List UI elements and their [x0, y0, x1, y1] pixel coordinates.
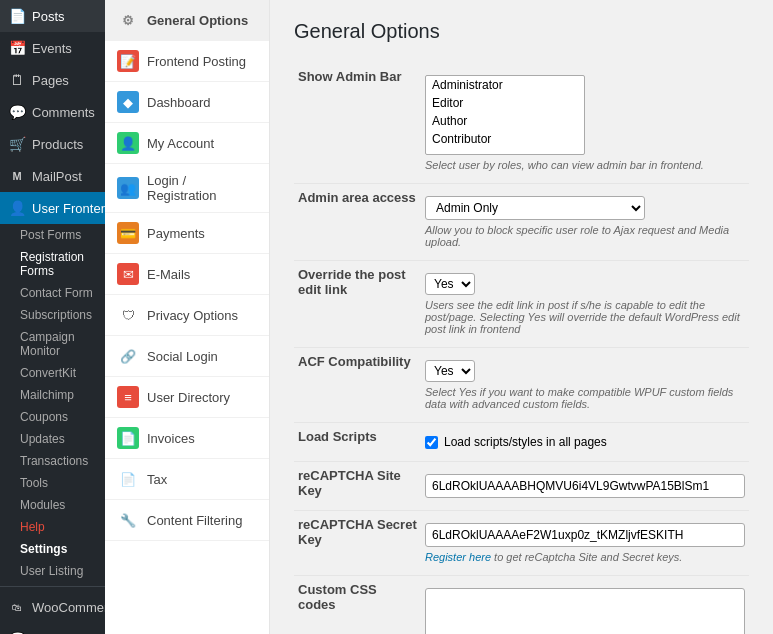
content-wrapper: ⚙ General Options 📝 Frontend Posting ◆ D…	[105, 0, 773, 634]
sidebar-sub-campaign-monitor[interactable]: Campaign Monitor	[0, 326, 105, 362]
settings-nav-emails[interactable]: ✉ E-Mails	[105, 254, 269, 295]
row-recaptcha-secret-key: reCAPTCHA Secret Key Register here to ge…	[294, 511, 749, 576]
social-login-icon: 🔗	[117, 345, 139, 367]
sidebar-sub-contact-form[interactable]: Contact Form	[0, 282, 105, 304]
row-override-post-edit: Override the post edit link Yes No Users…	[294, 261, 749, 348]
sidebar-item-comments2[interactable]: 💬 Comments	[0, 623, 105, 634]
sidebar-sub-transactions[interactable]: Transactions	[0, 450, 105, 472]
settings-nav-label-privacy: Privacy Options	[147, 308, 238, 323]
settings-nav-label-login: Login / Registration	[147, 173, 257, 203]
override-post-select[interactable]: Yes No	[425, 273, 475, 295]
control-override-post-edit: Yes No Users see the edit link in post i…	[421, 261, 749, 348]
recaptcha-secret-input[interactable]	[425, 523, 745, 547]
load-scripts-text: Load scripts/styles in all pages	[444, 435, 607, 449]
settings-nav-frontend-posting[interactable]: 📝 Frontend Posting	[105, 41, 269, 82]
my-account-icon: 👤	[117, 132, 139, 154]
sidebar-label-comments: Comments	[32, 105, 95, 120]
sidebar-label-woocommerce: WooCommerce	[32, 600, 105, 615]
label-acf-compat: ACF Compatibility	[294, 348, 421, 423]
content-filtering-icon: 🔧	[117, 509, 139, 531]
sidebar-sub-user-listing[interactable]: User Listing	[0, 560, 105, 582]
settings-nav-privacy[interactable]: 🛡 Privacy Options	[105, 295, 269, 336]
settings-title: General Options	[294, 20, 749, 43]
sidebar-sub-settings[interactable]: Settings	[0, 538, 105, 560]
settings-nav-invoices[interactable]: 📄 Invoices	[105, 418, 269, 459]
settings-nav-my-account[interactable]: 👤 My Account	[105, 123, 269, 164]
label-recaptcha-site: reCAPTCHA Site Key	[294, 462, 421, 511]
events-icon: 📅	[8, 39, 26, 57]
sidebar-label-products: Products	[32, 137, 83, 152]
settings-nav-user-directory[interactable]: ≡ User Directory	[105, 377, 269, 418]
custom-css-textarea[interactable]	[425, 588, 745, 634]
settings-table: Show Admin Bar Administrator Editor Auth…	[294, 63, 749, 634]
sidebar-label-user-frontend: User Frontend	[32, 201, 105, 216]
settings-sidebar: ⚙ General Options 📝 Frontend Posting ◆ D…	[105, 0, 270, 634]
user-directory-icon: ≡	[117, 386, 139, 408]
sidebar-label-posts: Posts	[32, 9, 65, 24]
desc-recaptcha-secret: Register here to get reCaptcha Site and …	[425, 551, 745, 563]
control-admin-area-access: Admin Only All Users Allow you to block …	[421, 184, 749, 261]
control-load-scripts: Load scripts/styles in all pages	[421, 423, 749, 462]
sidebar-item-events[interactable]: 📅 Events	[0, 32, 105, 64]
sidebar-sub-modules[interactable]: Modules	[0, 494, 105, 516]
sidebar-sub-convertkit[interactable]: ConvertKit	[0, 362, 105, 384]
settings-nav-dashboard[interactable]: ◆ Dashboard	[105, 82, 269, 123]
sidebar-sub-help[interactable]: Help	[0, 516, 105, 538]
control-custom-css: If you want to add your custom CSS code,…	[421, 576, 749, 635]
settings-nav-label-emails: E-Mails	[147, 267, 190, 282]
desc-admin-bar: Select user by roles, who can view admin…	[425, 159, 745, 171]
sidebar-label-mailpost: MailPost	[32, 169, 82, 184]
settings-nav-general[interactable]: ⚙ General Options	[105, 0, 269, 41]
sidebar-sub-coupons[interactable]: Coupons	[0, 406, 105, 428]
frontend-posting-icon: 📝	[117, 50, 139, 72]
settings-nav-social-login[interactable]: 🔗 Social Login	[105, 336, 269, 377]
settings-nav-label-dashboard: Dashboard	[147, 95, 211, 110]
sidebar-item-products[interactable]: 🛒 Products	[0, 128, 105, 160]
settings-nav-label-my-account: My Account	[147, 136, 214, 151]
label-recaptcha-secret: reCAPTCHA Secret Key	[294, 511, 421, 576]
settings-nav-label-tax: Tax	[147, 472, 167, 487]
woocommerce-icon: 🛍	[8, 598, 26, 616]
load-scripts-label: Load scripts/styles in all pages	[425, 435, 745, 449]
admin-bar-listbox[interactable]: Administrator Editor Author Contributor	[425, 75, 585, 155]
sidebar-sub-updates[interactable]: Updates	[0, 428, 105, 450]
sidebar-item-posts[interactable]: 📄 Posts	[0, 0, 105, 32]
settings-nav-login-registration[interactable]: 👥 Login / Registration	[105, 164, 269, 213]
sidebar-sub-post-forms[interactable]: Post Forms	[0, 224, 105, 246]
settings-nav-payments[interactable]: 💳 Payments	[105, 213, 269, 254]
row-recaptcha-site-key: reCAPTCHA Site Key	[294, 462, 749, 511]
login-registration-icon: 👥	[117, 177, 139, 199]
sidebar-item-pages[interactable]: 🗒 Pages	[0, 64, 105, 96]
row-custom-css: Custom CSS codes If you want to add your…	[294, 576, 749, 635]
sidebar-item-woocommerce[interactable]: 🛍 WooCommerce	[0, 591, 105, 623]
settings-nav-label-content: Content Filtering	[147, 513, 242, 528]
admin-area-select[interactable]: Admin Only All Users	[425, 196, 645, 220]
emails-icon: ✉	[117, 263, 139, 285]
recaptcha-site-input[interactable]	[425, 474, 745, 498]
posts-icon: 📄	[8, 7, 26, 25]
main-area: ⚙ General Options 📝 Frontend Posting ◆ D…	[105, 0, 773, 634]
row-acf-compat: ACF Compatibility Yes No Select Yes if y…	[294, 348, 749, 423]
settings-nav-tax[interactable]: 📄 Tax	[105, 459, 269, 500]
row-load-scripts: Load Scripts Load scripts/styles in all …	[294, 423, 749, 462]
sidebar-sub-mailchimp[interactable]: Mailchimp	[0, 384, 105, 406]
settings-nav-label-general: General Options	[147, 13, 248, 28]
sidebar-sub-subscriptions[interactable]: Subscriptions	[0, 304, 105, 326]
label-load-scripts: Load Scripts	[294, 423, 421, 462]
acf-compat-select[interactable]: Yes No	[425, 360, 475, 382]
tax-icon: 📄	[117, 468, 139, 490]
load-scripts-checkbox[interactable]	[425, 436, 438, 449]
sidebar-label-pages: Pages	[32, 73, 69, 88]
sidebar-divider-1	[0, 586, 105, 587]
products-icon: 🛒	[8, 135, 26, 153]
settings-nav-label-social: Social Login	[147, 349, 218, 364]
settings-nav-content-filtering[interactable]: 🔧 Content Filtering	[105, 500, 269, 541]
sidebar-sub-tools[interactable]: Tools	[0, 472, 105, 494]
dashboard-icon: ◆	[117, 91, 139, 113]
register-link[interactable]: Register here	[425, 551, 491, 563]
sidebar-sub-registration-forms[interactable]: Registration Forms	[0, 246, 105, 282]
sidebar-item-mailpost[interactable]: M MailPost	[0, 160, 105, 192]
sidebar-item-user-frontend[interactable]: 👤 User Frontend	[0, 192, 105, 224]
sidebar-item-comments[interactable]: 💬 Comments	[0, 96, 105, 128]
settings-nav-label-payments: Payments	[147, 226, 205, 241]
